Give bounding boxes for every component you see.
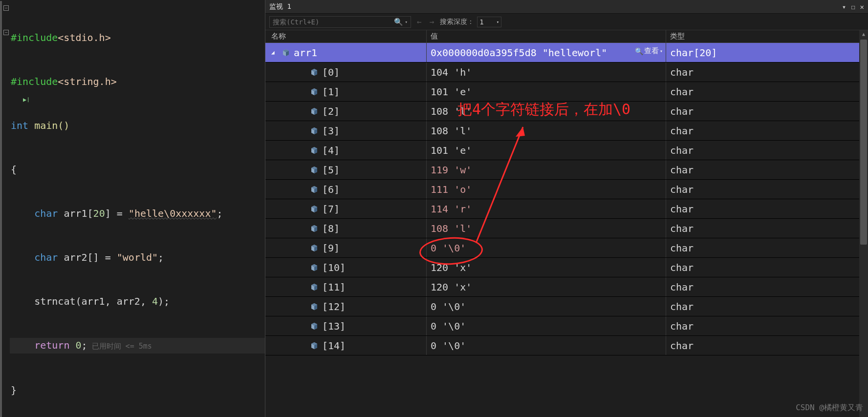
code-token: main() bbox=[28, 120, 69, 131]
variable-type: char bbox=[666, 102, 868, 121]
watch-row-child[interactable]: [9]0 '\0'char bbox=[265, 238, 868, 258]
variable-type: char bbox=[666, 219, 868, 238]
code-token: int bbox=[11, 120, 28, 131]
variable-name: [11] bbox=[322, 281, 346, 293]
scroll-up-icon[interactable]: ▲ bbox=[862, 30, 865, 38]
window-menu-icon[interactable]: ▾ bbox=[842, 3, 846, 11]
variable-value[interactable]: 108 'l' bbox=[427, 121, 666, 140]
variable-value[interactable]: 0 '\0' bbox=[427, 336, 666, 355]
watch-row-child[interactable]: [12]0 '\0'char bbox=[265, 297, 868, 316]
variable-name: [3] bbox=[322, 125, 340, 137]
watch-title-bar[interactable]: 监视 1 ▾ ☐ ✕ bbox=[265, 0, 868, 14]
header-type[interactable]: 类型 bbox=[666, 30, 868, 42]
watch-row-child[interactable]: [11]120 'x'char bbox=[265, 277, 868, 297]
variable-name: [2] bbox=[322, 105, 340, 117]
variable-value[interactable]: 0x000000d0a395f5d8 "helleworl"🔍查看 ▾ bbox=[427, 43, 666, 62]
depth-label: 搜索深度： bbox=[440, 18, 474, 26]
variable-value[interactable]: 111 'o' bbox=[427, 180, 666, 199]
watch-row-child[interactable]: [5]119 'w'char bbox=[265, 160, 868, 180]
variable-type: char bbox=[666, 316, 868, 335]
variable-cube-icon bbox=[310, 264, 318, 271]
watch-row-child[interactable]: [6]111 'o'char bbox=[265, 180, 868, 199]
expander-icon[interactable]: ◢ bbox=[271, 49, 278, 56]
header-name[interactable]: 名称 bbox=[265, 30, 427, 42]
code-editor-pane: − − #include<stdio.h> #include<string.h>… bbox=[0, 0, 265, 417]
variable-cube-icon bbox=[310, 322, 318, 330]
variable-type: char[20] bbox=[666, 43, 868, 62]
variable-value[interactable]: 120 'x' bbox=[427, 277, 666, 296]
watch-panel: 监视 1 ▾ ☐ ✕ 🔍 ▾ ← → 搜索深度： bbox=[265, 0, 868, 417]
fold-icon[interactable]: − bbox=[3, 5, 9, 11]
code-token: <stdio.h> bbox=[58, 32, 110, 43]
search-icon[interactable]: 🔍 bbox=[394, 18, 403, 26]
watch-row-child[interactable]: [10]120 'x'char bbox=[265, 258, 868, 277]
watch-row-child[interactable]: [0]104 'h'char bbox=[265, 63, 868, 82]
fold-icon[interactable]: − bbox=[3, 30, 9, 35]
variable-type: char bbox=[666, 180, 868, 199]
variable-value[interactable]: 119 'w' bbox=[427, 160, 666, 179]
variable-name: [13] bbox=[322, 320, 346, 332]
variable-value[interactable]: 104 'h' bbox=[427, 63, 666, 82]
view-button[interactable]: 🔍查看 ▾ bbox=[635, 46, 663, 56]
watch-row-child[interactable]: [7]114 'r'char bbox=[265, 199, 868, 219]
vertical-scrollbar[interactable]: ▲ bbox=[859, 30, 868, 417]
search-next-icon[interactable]: → bbox=[430, 17, 434, 26]
variable-cube-icon bbox=[310, 146, 318, 154]
code-token: return bbox=[34, 339, 69, 351]
variable-type: char bbox=[666, 238, 868, 257]
variable-name: [8] bbox=[322, 223, 340, 234]
watch-header-row: 名称 值 类型 bbox=[265, 30, 868, 43]
watch-title-label: 监视 1 bbox=[269, 2, 291, 11]
watch-row-child[interactable]: [4]101 'e'char bbox=[265, 141, 868, 160]
variable-name: [9] bbox=[322, 242, 340, 254]
search-caret-icon[interactable]: ▾ bbox=[405, 20, 408, 24]
variable-cube-icon bbox=[310, 283, 318, 291]
magnifier-icon: 🔍 bbox=[635, 47, 643, 55]
variable-value[interactable]: 101 'e' bbox=[427, 82, 666, 101]
variable-cube-icon bbox=[310, 166, 318, 174]
watch-row-child[interactable]: [8]108 'l'char bbox=[265, 219, 868, 238]
variable-type: char bbox=[666, 82, 868, 101]
watch-toolbar: 🔍 ▾ ← → 搜索深度： 1 ▾ bbox=[265, 14, 868, 30]
variable-type: char bbox=[666, 141, 868, 160]
code-token: arr2[] = bbox=[58, 251, 116, 263]
variable-value[interactable]: 0 '\0' bbox=[427, 238, 666, 257]
code-token: strncat(arr1, arr2, bbox=[34, 295, 152, 307]
variable-cube-icon bbox=[310, 303, 318, 311]
search-input[interactable] bbox=[273, 18, 380, 26]
chevron-down-icon: ▾ bbox=[497, 20, 499, 24]
depth-select[interactable]: 1 ▾ bbox=[477, 17, 501, 27]
variable-value[interactable]: 120 'x' bbox=[427, 258, 666, 277]
search-box[interactable]: 🔍 ▾ bbox=[269, 16, 411, 28]
watch-row-child[interactable]: [13]0 '\0'char bbox=[265, 316, 868, 336]
search-prev-icon[interactable]: ← bbox=[417, 17, 422, 26]
variable-value[interactable]: 114 'r' bbox=[427, 199, 666, 218]
code-token: 20 bbox=[93, 208, 105, 219]
watch-row-child[interactable]: [1]101 'e'char bbox=[265, 82, 868, 102]
variable-value[interactable]: 108 'l' bbox=[427, 219, 666, 238]
code-token: arr1[ bbox=[58, 208, 93, 219]
variable-name: [4] bbox=[322, 145, 340, 156]
variable-cube-icon bbox=[310, 225, 318, 232]
code-token bbox=[69, 339, 75, 351]
variable-value[interactable]: 101 'e' bbox=[427, 141, 666, 160]
watch-row-root[interactable]: ◢arr10x000000d0a395f5d8 "helleworl"🔍查看 ▾… bbox=[265, 43, 868, 63]
variable-type: char bbox=[666, 121, 868, 140]
variable-name: [0] bbox=[322, 66, 340, 78]
variable-value[interactable]: 0 '\0' bbox=[427, 297, 666, 316]
variable-cube-icon bbox=[310, 127, 318, 135]
code-token: #include bbox=[11, 32, 58, 43]
header-value[interactable]: 值 bbox=[427, 30, 666, 42]
scrollbar-thumb[interactable] bbox=[860, 40, 867, 245]
code-token: char bbox=[34, 208, 58, 219]
variable-type: char bbox=[666, 277, 868, 296]
watch-row-child[interactable]: [14]0 '\0'char bbox=[265, 336, 868, 355]
window-close-icon[interactable]: ✕ bbox=[860, 3, 864, 11]
variable-name: [1] bbox=[322, 86, 340, 98]
code-lines[interactable]: #include<stdio.h> #include<string.h> int… bbox=[10, 1, 265, 417]
breakpoint-arrow-icon[interactable]: ▶❘ bbox=[23, 92, 30, 107]
watch-row-child[interactable]: [3]108 'l'char bbox=[265, 121, 868, 141]
watch-table: 名称 值 类型 ◢arr10x000000d0a395f5d8 "hellewo… bbox=[265, 30, 868, 417]
window-maximize-icon[interactable]: ☐ bbox=[851, 3, 855, 11]
variable-value[interactable]: 0 '\0' bbox=[427, 316, 666, 335]
